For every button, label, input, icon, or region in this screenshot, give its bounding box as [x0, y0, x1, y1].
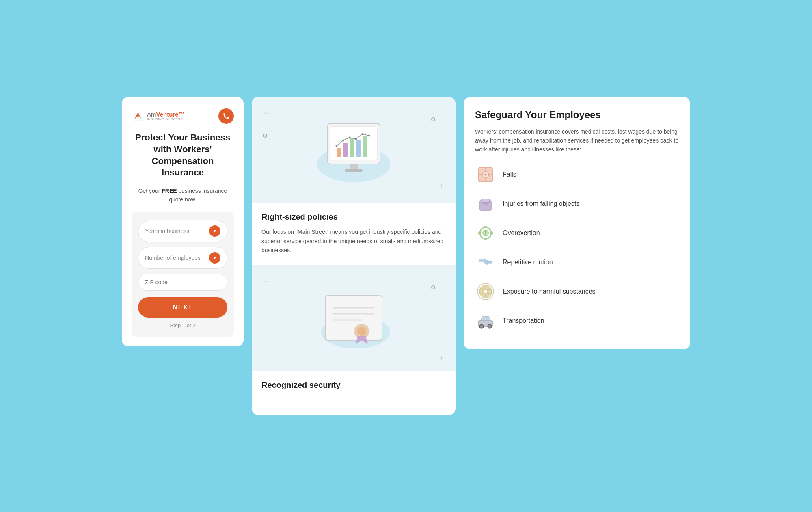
svg-point-50: [481, 326, 482, 327]
years-arrow-icon: ▾: [209, 225, 220, 237]
falls-icon: [475, 164, 496, 185]
arrows-icon: [475, 252, 496, 273]
plus-3: +: [264, 277, 268, 286]
falling-objects-label: Injuries from falling objects: [503, 200, 579, 207]
form-card: AmVenture™ INSURING SUCCESS Protect Your…: [122, 97, 244, 346]
svg-point-44: [484, 289, 488, 294]
zip-input[interactable]: [145, 279, 220, 285]
svg-rect-37: [484, 226, 487, 228]
svg-point-15: [362, 133, 364, 135]
logo-text: AmVenture™ INSURING SUCCESS: [147, 111, 185, 121]
years-label: Years in business: [145, 228, 189, 234]
svg-rect-7: [343, 143, 348, 157]
svg-marker-0: [134, 112, 140, 120]
years-dropdown[interactable]: Years in business ▾: [138, 220, 227, 242]
injury-transportation: Transportation: [475, 310, 679, 331]
svg-rect-17: [350, 164, 358, 170]
card2-section2-content: Recognized security: [252, 371, 456, 405]
svg-rect-20: [325, 296, 382, 340]
radiation-icon: [475, 281, 496, 302]
plus-2: +: [439, 182, 443, 190]
svg-rect-46: [483, 317, 485, 320]
plus-4: +: [439, 354, 443, 363]
radiation-svg: [475, 281, 496, 302]
injury-harmful-substances: Exposure to harmful substances: [475, 281, 679, 302]
svg-rect-10: [363, 136, 367, 157]
phone-button[interactable]: [218, 108, 234, 124]
svg-point-25: [357, 326, 367, 336]
transportation-label: Transportation: [503, 317, 544, 324]
svg-point-16: [368, 135, 370, 137]
step-indicator: Step 1 of 2: [138, 322, 227, 328]
monitor-illustration-area: + +: [252, 97, 456, 203]
plus-1: +: [264, 109, 268, 118]
card2-section1-text: Our focus on "Main Street" means you get…: [261, 227, 446, 255]
dot-3: [431, 285, 435, 289]
card2-section1-content: Right-sized policies Our focus on "Main …: [252, 203, 456, 264]
cert-illustration-area: + +: [252, 265, 456, 371]
logo-am: Am: [147, 111, 156, 118]
box-svg: [475, 193, 496, 214]
features-card: + +: [252, 97, 456, 415]
logo-venture: Venture™: [156, 111, 185, 118]
svg-point-13: [349, 137, 351, 139]
svg-rect-18: [345, 169, 363, 172]
main-title: Protect Your Business with Workers' Comp…: [132, 132, 234, 178]
car-icon: [475, 310, 496, 331]
dot-1: [263, 134, 267, 138]
card2-section2-title: Recognized security: [261, 380, 446, 390]
svg-rect-47: [486, 317, 488, 320]
injury-falling-objects: Injuries from falling objects: [475, 193, 679, 214]
arrows-svg: [475, 252, 496, 273]
svg-rect-38: [484, 238, 487, 240]
falls-label: Falls: [503, 171, 516, 178]
monitor-svg: [309, 115, 398, 188]
repetitive-motion-label: Repetitive motion: [503, 259, 553, 266]
logo-name: AmVenture™: [147, 111, 185, 117]
svg-point-14: [355, 138, 357, 140]
svg-rect-8: [350, 138, 354, 157]
next-button[interactable]: NEXT: [138, 297, 227, 318]
free-bold: FREE: [162, 188, 177, 194]
svg-rect-39: [478, 232, 481, 234]
logo-area: AmVenture™ INSURING SUCCESS: [132, 108, 234, 124]
car-svg: [475, 310, 496, 331]
svg-rect-40: [490, 232, 493, 234]
svg-point-11: [336, 145, 338, 147]
logo: AmVenture™ INSURING SUCCESS: [132, 110, 185, 123]
svg-point-12: [342, 140, 344, 142]
bandage-svg: [475, 164, 496, 185]
form-section: Years in business ▾ Number of employees …: [132, 212, 234, 337]
logo-tagline: INSURING SUCCESS: [147, 117, 185, 121]
phone-icon: [222, 112, 230, 120]
injury-falls: Falls: [475, 164, 679, 185]
svg-marker-1: [138, 116, 142, 119]
svg-rect-6: [337, 148, 341, 157]
employees-dropdown[interactable]: Number of employees ▾: [138, 247, 227, 269]
safeguard-title: Safeguard Your Employees: [475, 108, 679, 121]
safeguard-description: Workers' compensation insurance covers m…: [475, 127, 679, 154]
main-container: AmVenture™ INSURING SUCCESS Protect Your…: [122, 97, 690, 415]
svg-rect-9: [356, 140, 361, 157]
svg-point-51: [489, 326, 490, 327]
injury-overexertion: Overexertion: [475, 223, 679, 244]
logo-icon: [132, 110, 145, 123]
harmful-substances-label: Exposure to harmful substances: [503, 288, 596, 295]
svg-rect-33: [482, 199, 490, 202]
cert-svg: [309, 283, 398, 356]
gear-svg: [475, 223, 496, 244]
overexertion-label: Overexertion: [503, 229, 540, 237]
employees-label: Number of employees: [145, 255, 201, 261]
svg-rect-34: [483, 202, 488, 204]
injury-repetitive-motion: Repetitive motion: [475, 252, 679, 273]
dot-2: [431, 117, 435, 121]
card2-section1-title: Right-sized policies: [261, 212, 446, 222]
quote-text: Get your FREE business insurance quote n…: [132, 187, 234, 204]
overexertion-icon: [475, 223, 496, 244]
employees-arrow-icon: ▾: [209, 252, 220, 264]
zip-field[interactable]: [138, 274, 227, 291]
svg-point-42: [485, 235, 486, 236]
box-icon: [475, 193, 496, 214]
safeguard-card: Safeguard Your Employees Workers' compen…: [464, 97, 690, 349]
